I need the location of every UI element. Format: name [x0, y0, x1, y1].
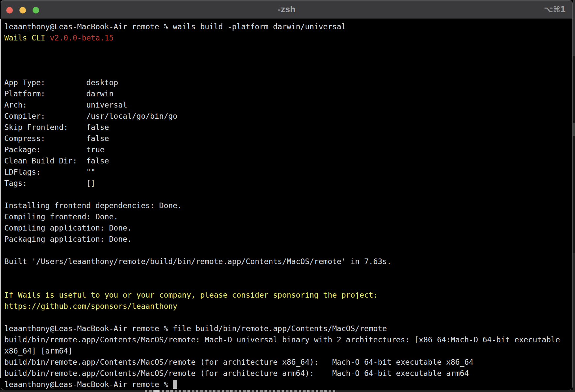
build-option-row: Tags:[] [4, 178, 569, 189]
background-window-right-sliver [573, 0, 575, 392]
command-text: leaanthony@Leas-MacBook-Air remote % fil… [4, 324, 387, 333]
window-title: -zsh [1, 4, 572, 14]
option-label: Arch: [4, 99, 86, 110]
file-output-text: x86_64] [arm64] [4, 347, 73, 355]
option-label: Package: [4, 144, 86, 155]
clipped-text-sliver [145, 390, 336, 392]
terminal-window: -zsh ⌥⌘1 leaanthony@Leas-MacBook-Air rem… [1, 0, 573, 390]
status-text: Compiling frontend: Done. [4, 212, 118, 221]
blank-line [4, 267, 569, 278]
status-text: Compiling application: Done. [4, 224, 132, 232]
status-line: Packaging application: Done. [4, 233, 569, 245]
traffic-lights [6, 7, 39, 13]
blank-line [4, 245, 569, 256]
build-option-row: Arch:universal [4, 99, 569, 110]
close-button[interactable] [6, 7, 13, 13]
blank-line [4, 312, 569, 323]
option-value: [] [86, 179, 95, 187]
wails-version-line: Wails CLI v2.0.0-beta.15 [4, 32, 569, 43]
blank-line [4, 278, 569, 289]
sponsor-message-text: If Wails is useful to you or your compan… [4, 291, 378, 299]
option-label: App Type: [4, 77, 86, 88]
option-label: Tags: [4, 178, 86, 189]
wails-version: v2.0.0-beta.15 [50, 34, 113, 42]
terminal-screen[interactable]: leaanthony@Leas-MacBook-Air remote % wai… [1, 19, 572, 390]
build-option-row: LDFlags:"" [4, 166, 569, 178]
clipped-cursor-sliver [154, 390, 159, 392]
background-window-patch [573, 0, 575, 56]
option-value: universal [86, 101, 127, 109]
build-option-row: Clean Build Dir:false [4, 155, 569, 166]
blank-line [4, 66, 569, 77]
minimize-button[interactable] [19, 7, 26, 13]
wails-cli-label: Wails CLI [4, 34, 50, 42]
option-value: false [86, 123, 109, 132]
prompt-command-line: leaanthony@Leas-MacBook-Air remote % wai… [4, 21, 569, 32]
window-titlebar[interactable]: -zsh ⌥⌘1 [1, 0, 572, 19]
build-option-row: Skip Frontend:false [4, 122, 569, 133]
file-output-text: build/bin/remote.app/Contents/MacOS/remo… [4, 369, 469, 378]
option-value: false [86, 157, 109, 165]
built-result-line: Built '/Users/leaanthony/remote/build/bi… [4, 256, 569, 267]
background-window-bottom-sliver [0, 390, 575, 392]
zoom-button[interactable] [33, 7, 39, 13]
built-result-text: Built '/Users/leaanthony/remote/build/bi… [4, 257, 391, 266]
blank-line [4, 43, 569, 55]
sponsor-message-line: If Wails is useful to you or your compan… [4, 289, 569, 301]
option-value: /usr/local/go/bin/go [86, 112, 177, 120]
option-value: darwin [86, 89, 113, 98]
file-output-line: x86_64] [arm64] [4, 345, 569, 356]
status-text: Installing frontend dependencies: Done. [4, 201, 182, 210]
status-line: Installing frontend dependencies: Done. [4, 200, 569, 211]
option-label: LDFlags: [4, 166, 86, 178]
active-prompt-line: leaanthony@Leas-MacBook-Air remote % [4, 379, 569, 390]
option-label: Skip Frontend: [4, 122, 86, 133]
file-output-text: build/bin/remote.app/Contents/MacOS/remo… [4, 335, 564, 344]
command-text: leaanthony@Leas-MacBook-Air remote % wai… [4, 22, 346, 31]
prompt-command-line: leaanthony@Leas-MacBook-Air remote % fil… [4, 323, 569, 334]
file-output-text: build/bin/remote.app/Contents/MacOS/remo… [4, 358, 473, 366]
build-option-row: Compiler:/usr/local/go/bin/go [4, 110, 569, 122]
sponsor-url: https://github.com/sponsors/leaanthony [4, 302, 177, 310]
sponsor-url-line: https://github.com/sponsors/leaanthony [4, 301, 569, 312]
prompt-text: leaanthony@Leas-MacBook-Air remote % [4, 380, 173, 389]
option-value: "" [86, 168, 95, 176]
build-option-row: App Type:desktop [4, 77, 569, 88]
file-output-line: build/bin/remote.app/Contents/MacOS/remo… [4, 356, 569, 368]
build-option-row: Compress:false [4, 133, 569, 144]
option-value: desktop [86, 78, 118, 87]
file-output-line: build/bin/remote.app/Contents/MacOS/remo… [4, 368, 569, 379]
status-line: Compiling frontend: Done. [4, 211, 569, 222]
option-label: Clean Build Dir: [4, 155, 86, 166]
file-output-line: build/bin/remote.app/Contents/MacOS/remo… [4, 334, 569, 345]
option-label: Platform: [4, 88, 86, 99]
status-line: Compiling application: Done. [4, 222, 569, 233]
build-option-row: Platform:darwin [4, 88, 569, 99]
blank-line [4, 189, 569, 200]
option-label: Compiler: [4, 110, 86, 122]
window-shortcut-badge: ⌥⌘1 [544, 5, 566, 14]
terminal-cursor[interactable] [173, 380, 177, 389]
option-value: true [86, 145, 104, 154]
build-option-row: Package:true [4, 144, 569, 155]
background-window-patch [573, 123, 575, 136]
background-window-patch [573, 253, 575, 392]
option-value: false [86, 134, 109, 143]
option-label: Compress: [4, 133, 86, 144]
status-text: Packaging application: Done. [4, 235, 132, 243]
blank-line [4, 55, 569, 66]
